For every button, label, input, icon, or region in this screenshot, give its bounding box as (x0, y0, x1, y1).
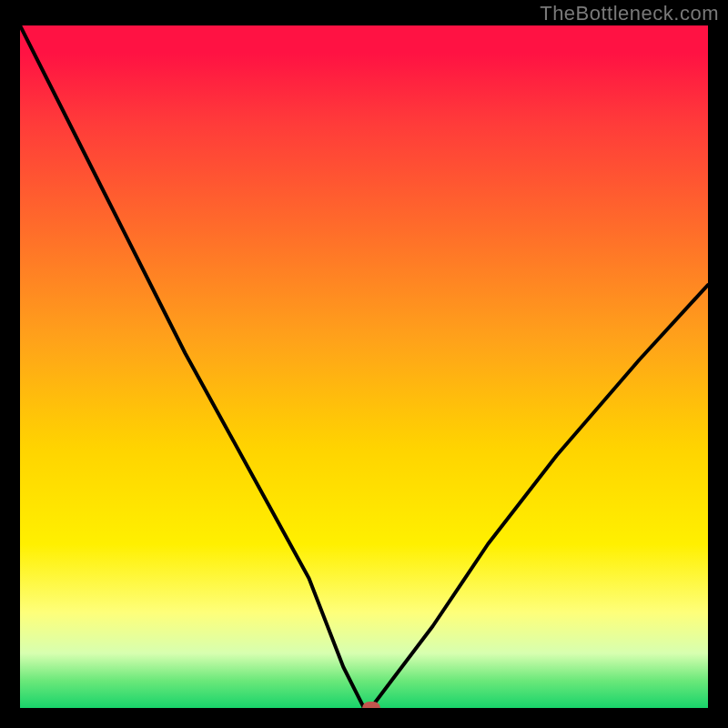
minimum-marker (362, 702, 380, 708)
plot-area (20, 25, 708, 708)
bottleneck-curve (20, 25, 708, 708)
chart-container: TheBottleneck.com (0, 0, 728, 728)
watermark-text: TheBottleneck.com (540, 2, 719, 25)
